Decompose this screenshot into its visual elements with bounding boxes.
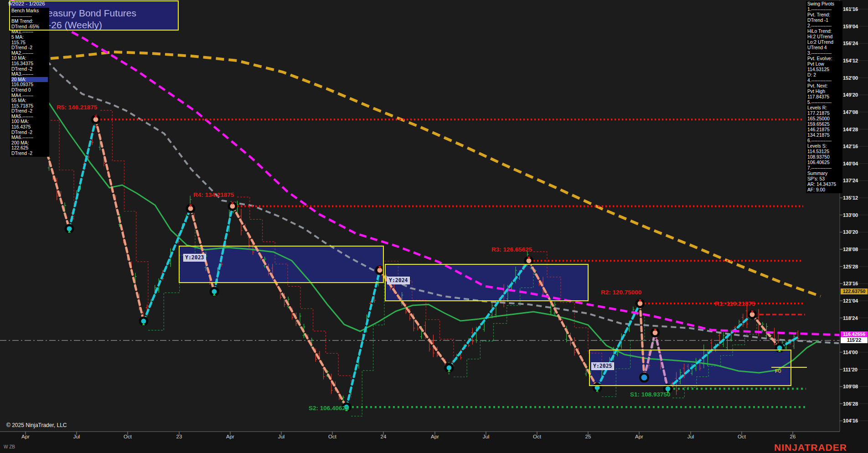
- benchmarks-row: MA4.-------: [11, 93, 48, 98]
- time-axis-label: 25: [578, 434, 598, 439]
- price-axis-label: 114'00: [843, 350, 868, 355]
- level-label-f0: F0: [775, 368, 781, 374]
- time-axis-label: 23: [169, 434, 189, 439]
- time-axis-label: 26: [783, 434, 803, 439]
- benchmarks-row: DTrend -65%: [11, 24, 48, 30]
- swing-pivots-row: 146.21875: [807, 127, 841, 133]
- time-axis-label: Apr: [425, 434, 445, 439]
- price-tag: 115'22: [841, 337, 868, 343]
- price-axis-label: 135'12: [843, 195, 868, 201]
- benchmarks-row: DTrend -2: [11, 151, 48, 156]
- swing-pivots-row: 114.53125: [807, 67, 841, 72]
- benchmarks-row: DTrend 0: [11, 88, 48, 93]
- swing-pivots-row: Levels R:: [807, 105, 841, 111]
- time-axis-label: Oct: [322, 434, 342, 439]
- level-label-S1: S1: 108.93750: [630, 391, 671, 398]
- price-axis-label: 109'08: [843, 384, 868, 389]
- swing-pivots-row: HiLo Trend:: [807, 29, 841, 34]
- swing-pivots-row: Pvt. Next:: [807, 83, 841, 89]
- price-axis-label: 111'20: [843, 367, 868, 372]
- price-axis-label: 106'28: [843, 401, 868, 407]
- time-axis-label: Apr: [629, 434, 649, 439]
- year-range-chip[interactable]: Y:2025: [591, 362, 614, 370]
- date-range-label: 9/2022 - 1/2026: [8, 1, 45, 6]
- price-axis-label: 161'16: [843, 6, 868, 12]
- time-axis-label: Jul: [476, 434, 496, 439]
- benchmarks-row: 10 MA:: [11, 56, 48, 61]
- time-axis-label: Apr: [220, 434, 240, 439]
- price-axis-label: 142'16: [843, 144, 868, 149]
- swing-pivots-row: Swing Pivots: [807, 1, 841, 7]
- benchmarks-row: DTrend -2: [11, 130, 48, 135]
- swing-pivots-row: Pvt. Evolve:: [807, 56, 841, 62]
- benchmarks-row: MA3.-------: [11, 72, 48, 77]
- swing-pivots-row: AF: 9.00: [807, 187, 841, 193]
- swing-pivots-row: Summary: [807, 171, 841, 176]
- price-axis-label: 144'28: [843, 127, 868, 132]
- swing-pivots-indicator-panel[interactable]: Swing Pivots1.-------------Pvt. Trend:DT…: [806, 1, 842, 193]
- benchmarks-row: DTrend -2: [11, 67, 48, 72]
- benchmarks-row: 55 MA:: [11, 98, 48, 103]
- swing-pivots-row: 117.84375: [807, 94, 841, 100]
- price-axis-label: 118'24: [843, 315, 868, 321]
- benchmarks-row: 122.625: [11, 145, 48, 151]
- time-axis-label: Oct: [118, 434, 138, 439]
- price-axis-label: 104'16: [843, 418, 868, 423]
- level-label-S2: S2: 106.40625: [309, 405, 349, 412]
- time-axis-label: Jul: [67, 434, 87, 439]
- time-axis-label: Jul: [681, 434, 701, 439]
- instrument-label: W ZB: [4, 444, 15, 449]
- level-label-R1: R1: 119.21875: [715, 300, 755, 307]
- price-axis-label: 140'04: [843, 161, 868, 166]
- year-range-chip[interactable]: Y:2024: [387, 277, 410, 284]
- time-axis-label: 24: [373, 434, 393, 439]
- price-tag: 122.63750: [841, 288, 868, 294]
- benchmarks-row: 115.75: [11, 40, 48, 46]
- page-title: Treasury Bond Futures: [39, 8, 136, 19]
- swing-pivots-row: Hi:2 UTrend: [807, 34, 841, 40]
- benchmarks-row: MA5.-------: [11, 114, 48, 119]
- benchmarks-row: 115.71875: [11, 103, 48, 109]
- price-axis-label: 159'04: [843, 24, 868, 29]
- swing-pivots-row: 165.25000: [807, 116, 841, 122]
- swing-pivots-row: Pvt. Trend:: [807, 12, 841, 18]
- swing-pivots-row: 108.93750: [807, 154, 841, 160]
- benchmarks-row: 116.34375: [11, 61, 48, 67]
- year-range-chip[interactable]: Y:2023: [183, 254, 206, 262]
- benchmarks-row: 116.4375: [11, 124, 48, 130]
- level-label-R5: R5: 146.21875: [57, 104, 97, 111]
- swing-pivots-row: Levels S:: [807, 144, 841, 149]
- price-axis-label: 156'24: [843, 41, 868, 46]
- price-tag: 116.42656: [841, 331, 868, 337]
- swing-pivots-row: SP's: 53: [807, 176, 841, 182]
- price-axis-label: 154'12: [843, 58, 868, 63]
- level-label-R3: R3: 126.65625: [491, 246, 532, 253]
- time-axis-label: Oct: [527, 434, 547, 439]
- benchmarks-row: -------------: [11, 14, 48, 19]
- price-axis-label: 149'20: [843, 92, 868, 98]
- benchmarks-row: DTrend -2: [11, 45, 48, 51]
- level-label-R2: R2: 120.75000: [601, 289, 641, 296]
- swing-pivots-row: AR: 14.34375: [807, 182, 841, 187]
- swing-pivots-row: 4.-------------: [807, 78, 841, 83]
- benchmarks-row: DTrend -2: [11, 108, 48, 114]
- price-axis-label: 152'00: [843, 75, 868, 81]
- swing-pivots-row: 5.-------------: [807, 100, 841, 105]
- swing-pivots-row: 134.21875: [807, 133, 841, 138]
- benchmarks-row: BM Trend:: [11, 19, 48, 24]
- title-box-border-line: [9, 30, 179, 31]
- benchmarks-row: MA2.-------: [11, 51, 48, 56]
- swing-pivots-row: 1.-------------: [807, 7, 841, 12]
- price-chart-canvas[interactable]: [0, 0, 868, 453]
- copyright-label: © 2025 NinjaTrader, LLC: [6, 422, 67, 428]
- swing-pivots-row: 3.-------------: [807, 51, 841, 56]
- benchmarks-row: 200 MA:: [11, 140, 48, 146]
- benchmarks-row: 20 MA:: [11, 77, 48, 82]
- price-axis-label: 123'16: [843, 281, 868, 286]
- swing-pivots-row: 177.21875: [807, 111, 841, 116]
- benchmarks-row: 5 MA:: [11, 35, 48, 40]
- price-axis-label: 147'08: [843, 109, 868, 115]
- ninjatrader-chart-window: Treasury Bond Futures 03-26 (Weekly) 9/2…: [0, 0, 868, 453]
- swing-pivots-row: 114.53125: [807, 149, 841, 154]
- swing-pivots-row: Pvt High: [807, 89, 841, 94]
